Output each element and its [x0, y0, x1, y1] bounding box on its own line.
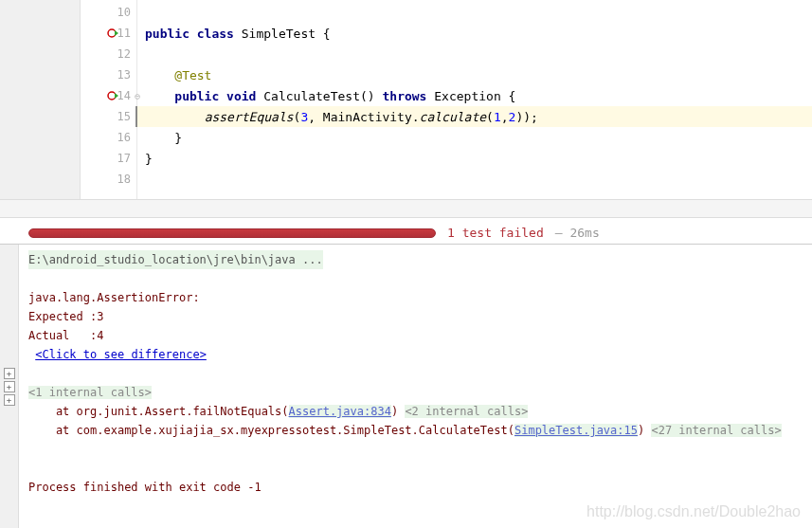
line-number[interactable]: 15 — [81, 106, 136, 127]
exit-code-line: Process finished with exit code -1 — [28, 478, 803, 497]
code-text-area[interactable]: public class SimpleTest { @Test public v… — [137, 0, 812, 199]
line-number-gutter[interactable]: 10 11 12 13 ⊖ 14 15 16 17 18 — [81, 0, 137, 199]
run-test-icon[interactable] — [107, 27, 118, 39]
code-line[interactable]: @Test — [137, 64, 812, 85]
line-number[interactable]: 13 — [81, 64, 136, 85]
source-link[interactable]: Assert.java:834 — [289, 405, 391, 418]
actual-label: Actual : — [28, 329, 97, 342]
line-number[interactable]: 16 — [81, 127, 136, 148]
test-status-text: 1 test failed — [447, 226, 544, 240]
expand-stack-icon[interactable]: + — [4, 368, 15, 379]
code-line[interactable]: } — [137, 148, 812, 169]
line-number[interactable]: 11 — [81, 23, 136, 44]
line-number[interactable]: 18 — [81, 169, 136, 190]
expected-value: 3 — [97, 310, 103, 323]
internal-calls-badge[interactable]: <27 internal calls> — [651, 424, 781, 437]
internal-calls-badge[interactable]: <1 internal calls> — [28, 386, 152, 399]
test-progress-bar — [28, 228, 436, 238]
code-line[interactable]: } — [137, 127, 812, 148]
svg-point-2 — [108, 92, 116, 100]
expected-label: Expected : — [28, 310, 97, 323]
code-line-active[interactable]: assertEquals(3, MainActivity.calculate(1… — [137, 106, 812, 127]
svg-point-0 — [108, 29, 116, 37]
see-difference-link[interactable]: <Click to see difference> — [35, 348, 207, 361]
code-editor: 10 11 12 13 ⊖ 14 15 16 17 18 public clas… — [0, 0, 812, 199]
code-line[interactable]: public void CalculateTest() throws Excep… — [137, 85, 812, 106]
stack-trace-line: at com.example.xujiajia_sx.myexpressotes… — [28, 424, 514, 437]
code-line[interactable] — [137, 44, 812, 64]
expand-stack-icon[interactable]: + — [4, 394, 15, 406]
stack-trace-line: at org.junit.Assert.failNotEquals( — [28, 405, 289, 418]
source-link[interactable]: SimpleTest.java:15 — [514, 424, 638, 437]
panel-separator[interactable] — [0, 199, 812, 218]
watermark: http://blog.csdn.net/Double2hao — [586, 503, 801, 520]
run-test-icon[interactable] — [107, 90, 118, 101]
line-number[interactable]: 17 — [81, 148, 136, 169]
internal-calls-badge[interactable]: <2 internal calls> — [405, 405, 528, 418]
output-gutter: + + + — [0, 245, 19, 528]
command-line: E:\android_studio_location\jre\bin\java … — [28, 250, 323, 269]
console-output[interactable]: E:\android_studio_location\jre\bin\java … — [19, 245, 812, 528]
code-line[interactable]: public class SimpleTest { — [137, 23, 812, 44]
error-message: java.lang.AssertionError: — [28, 288, 803, 307]
line-number[interactable]: ⊖ 14 — [81, 85, 136, 106]
code-line[interactable] — [137, 2, 812, 23]
actual-value: 4 — [97, 329, 103, 342]
test-duration: – 26ms — [555, 226, 600, 240]
test-result-bar: 1 test failed – 26ms — [0, 218, 812, 244]
output-panel: + + + E:\android_studio_location\jre\bin… — [0, 244, 812, 528]
line-number[interactable]: 12 — [81, 44, 136, 64]
fold-icon[interactable]: ⊖ — [135, 91, 144, 101]
svg-marker-1 — [115, 30, 118, 36]
line-number[interactable]: 10 — [81, 2, 136, 23]
svg-marker-3 — [115, 93, 118, 99]
breakpoint-gutter[interactable] — [0, 0, 81, 199]
code-line[interactable] — [137, 169, 812, 190]
expand-stack-icon[interactable]: + — [4, 381, 15, 392]
